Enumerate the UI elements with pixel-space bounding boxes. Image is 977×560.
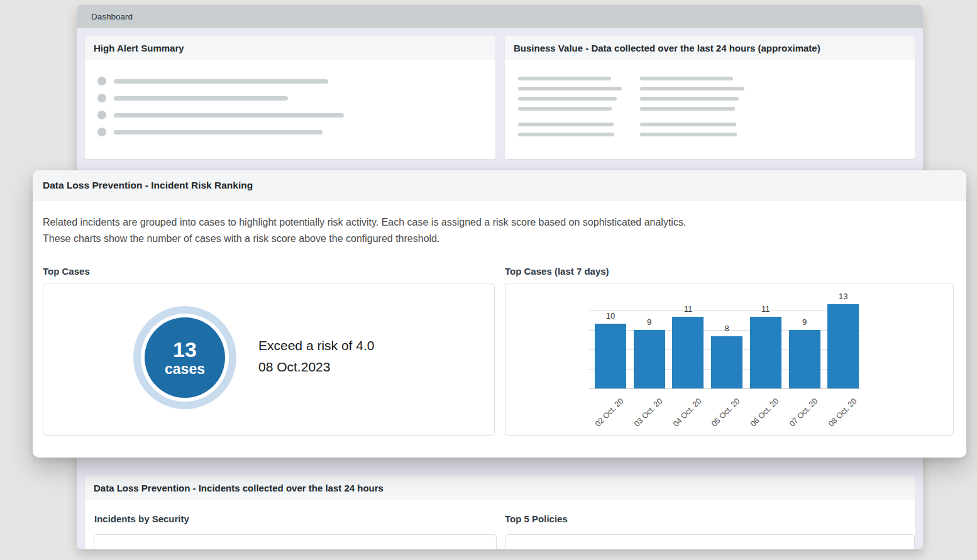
incidents-24h-panel[interactable]: Data Loss Prevention - Incidents collect… xyxy=(85,476,915,549)
skeleton-line xyxy=(640,77,733,80)
business-value-body xyxy=(505,60,915,159)
skeleton-line xyxy=(640,123,736,126)
chart-value-label: 10 xyxy=(595,311,626,321)
chart-gridline xyxy=(589,388,861,389)
chart-value-label: 11 xyxy=(750,304,781,314)
chart-x-tick-label: 03 Oct. 20 xyxy=(632,397,665,429)
incidents-by-security-heading: Incidents by Security xyxy=(94,513,189,524)
business-value-panel[interactable]: Business Value - Data collected over the… xyxy=(505,36,915,159)
skeleton-row xyxy=(97,128,344,136)
cases-badge-ring-gap: 13 cases xyxy=(141,314,229,402)
incidents-24h-body: Incidents by Security Top 5 Policies xyxy=(85,500,915,549)
dlp-incident-risk-ranking-card[interactable]: Data Loss Prevention - Incident Risk Ran… xyxy=(33,170,966,458)
incidents-24h-title: Data Loss Prevention - Incidents collect… xyxy=(94,483,384,493)
high-alert-summary-header: High Alert Summary xyxy=(85,36,495,60)
skeleton-bullet xyxy=(97,111,106,119)
cases-count: 13 xyxy=(173,338,197,361)
incidents-by-security-chart-placeholder xyxy=(94,534,497,549)
high-alert-summary-title: High Alert Summary xyxy=(94,43,184,53)
window-title: Dashboard xyxy=(91,12,133,21)
skeleton-line xyxy=(518,133,614,136)
chart-bar[interactable] xyxy=(750,317,781,388)
top-5-policies-chart-placeholder xyxy=(505,534,915,549)
top-cases-bar-chart: 1002 Oct. 20903 Oct. 201104 Oct. 20805 O… xyxy=(505,283,953,435)
chart-x-tick-label: 06 Oct. 20 xyxy=(749,397,781,429)
high-alert-summary-panel[interactable]: High Alert Summary xyxy=(85,36,495,159)
chart-x-tick-label: 02 Oct. 20 xyxy=(593,397,626,429)
skeleton-line xyxy=(114,130,323,135)
chart-bar[interactable] xyxy=(827,304,859,388)
top-cases-heading: Top Cases xyxy=(43,266,90,277)
chart-value-label: 11 xyxy=(672,304,704,314)
skeleton-line xyxy=(640,97,739,101)
top-cases-badge-panel[interactable]: 13 cases Exceed a risk of 4.0 08 Oct.202… xyxy=(43,283,495,436)
skeleton-row xyxy=(97,94,344,102)
business-value-title: Business Value - Data collected over the… xyxy=(514,43,820,53)
chart-gridline xyxy=(589,310,861,311)
top-cases-7-days-heading: Top Cases (last 7 days) xyxy=(505,266,609,277)
cases-badge: 13 cases xyxy=(145,317,225,398)
chart-value-label: 9 xyxy=(634,317,665,327)
chart-x-tick-label: 04 Oct. 20 xyxy=(671,397,704,429)
skeleton-line xyxy=(640,133,737,136)
skeleton-line xyxy=(518,77,611,80)
skeleton-row xyxy=(97,77,344,85)
high-alert-summary-body xyxy=(85,60,495,159)
dlp-risk-ranking-title: Data Loss Prevention - Incident Risk Ran… xyxy=(43,180,253,191)
dlp-risk-ranking-description: Related incidents are grouped into cases… xyxy=(43,214,686,247)
chart-bar[interactable] xyxy=(789,330,820,388)
description-line-2: These charts show the number of cases wi… xyxy=(43,231,686,247)
cases-badge-ring: 13 cases xyxy=(133,306,236,409)
top-cases-chart-panel[interactable]: 1002 Oct. 20903 Oct. 201104 Oct. 20805 O… xyxy=(505,283,954,436)
chart-x-tick-label: 08 Oct. 20 xyxy=(826,397,858,429)
skeleton-bullet xyxy=(97,77,106,85)
window-header: Dashboard xyxy=(77,5,923,28)
cases-badge-caption: Exceed a risk of 4.0 08 Oct.2023 xyxy=(258,335,374,378)
skeleton-line xyxy=(518,97,617,101)
chart-bar[interactable] xyxy=(672,317,704,388)
chart-bar[interactable] xyxy=(595,324,626,388)
skeleton-column xyxy=(518,77,622,143)
skeleton-row xyxy=(97,111,344,119)
chart-bar[interactable] xyxy=(711,336,742,388)
description-line-1: Related incidents are grouped into cases… xyxy=(43,214,686,231)
skeleton-line xyxy=(114,79,328,84)
skeleton-line xyxy=(518,123,614,126)
cases-unit-label: cases xyxy=(165,361,205,377)
chart-value-label: 8 xyxy=(711,324,742,333)
business-value-header: Business Value - Data collected over the… xyxy=(505,36,915,60)
high-alert-skeleton xyxy=(97,77,344,145)
chart-x-tick-label: 07 Oct. 20 xyxy=(788,397,820,429)
skeleton-line xyxy=(640,107,735,111)
skeleton-bullet xyxy=(97,128,106,136)
skeleton-line xyxy=(114,96,288,101)
incidents-24h-header: Data Loss Prevention - Incidents collect… xyxy=(85,476,915,500)
chart-value-label: 9 xyxy=(789,317,820,327)
skeleton-bullet xyxy=(97,94,106,102)
caption-risk-threshold: Exceed a risk of 4.0 xyxy=(258,335,374,356)
chart-x-tick-label: 05 Oct. 20 xyxy=(710,397,742,429)
dlp-risk-ranking-header: Data Loss Prevention - Incident Risk Ran… xyxy=(33,170,966,200)
skeleton-line xyxy=(640,87,744,91)
skeleton-column xyxy=(640,77,744,143)
skeleton-line xyxy=(518,87,622,91)
chart-value-label: 13 xyxy=(827,292,859,301)
skeleton-line xyxy=(518,107,612,111)
page: Dashboard High Alert Summary Business Va… xyxy=(0,0,977,560)
caption-date: 08 Oct.2023 xyxy=(258,356,374,378)
skeleton-line xyxy=(114,113,344,118)
top-5-policies-heading: Top 5 Policies xyxy=(505,513,568,524)
chart-bar[interactable] xyxy=(634,330,665,388)
